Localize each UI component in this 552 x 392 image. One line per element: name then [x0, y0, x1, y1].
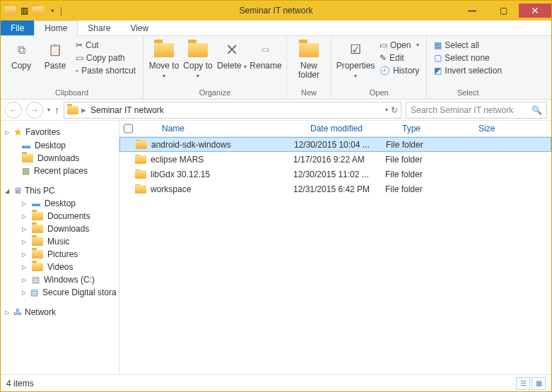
move-to-button[interactable]: Move to ▾ — [148, 37, 180, 80]
desktop-icon: ▬ — [22, 141, 30, 150]
folder-icon — [22, 154, 33, 162]
view-buttons: ☰ ▦ — [516, 377, 546, 390]
address-dropdown-icon[interactable]: ▾ — [385, 107, 388, 113]
edit-button[interactable]: ✎Edit — [377, 52, 422, 64]
address-bar: ← → ▾ ↑ ▶ Seminar IT network ▾ ↻ Search … — [1, 100, 551, 121]
table-row[interactable]: android-sdk-windows12/30/2015 10:04 ...F… — [119, 137, 551, 152]
invert-icon: ◩ — [434, 66, 442, 76]
nav-item-music[interactable]: ▷Music — [1, 235, 119, 248]
file-date: 1/17/2016 9:22 AM — [288, 155, 380, 165]
tab-home[interactable]: Home — [34, 20, 78, 36]
column-type[interactable]: Type — [397, 124, 473, 133]
group-select: ▦Select all ▢Select none ◩Invert selecti… — [427, 36, 509, 99]
nav-item-videos[interactable]: ▷Videos — [1, 261, 119, 273]
table-row[interactable]: eclipse MARS1/17/2016 9:22 AMFile folder — [119, 152, 551, 167]
nav-item-sd[interactable]: ▷▤Secure Digital stora — [1, 286, 119, 299]
file-type: File folder — [380, 140, 457, 150]
folder-icon — [32, 237, 43, 246]
recent-locations-button[interactable]: ▾ — [47, 107, 50, 113]
group-clipboard: ⧉Copy 📋Paste ✂Cut ▭Copy path ▫Paste shor… — [1, 36, 143, 99]
folder-icon — [32, 263, 43, 271]
forward-button[interactable]: → — [26, 102, 43, 119]
file-type: File folder — [380, 155, 456, 165]
column-headers: Name Date modified Type Size — [119, 121, 551, 137]
group-new: New folder New — [287, 36, 331, 99]
nav-thispc: ◢🖥This PC ▷▬Desktop ▷Documents ▷Download… — [1, 184, 119, 299]
nav-favorites-header[interactable]: ▷★Favorites — [1, 125, 119, 139]
qat-dropdown-icon[interactable]: ▾ — [46, 4, 59, 17]
column-name[interactable]: Name — [136, 124, 305, 133]
folder-icon — [135, 170, 146, 179]
nav-item-pc-desktop[interactable]: ▷▬Desktop — [1, 197, 119, 210]
search-input[interactable]: Search Seminar IT network 🔍 — [406, 102, 547, 119]
tab-view[interactable]: View — [120, 20, 158, 35]
maximize-button[interactable]: ▢ — [488, 4, 519, 18]
cut-button[interactable]: ✂Cut — [73, 40, 139, 51]
breadcrumb[interactable]: Seminar IT network — [89, 105, 165, 115]
up-button[interactable]: ↑ — [54, 105, 59, 116]
nav-network-header[interactable]: ▷🖧Network — [1, 306, 119, 319]
history-icon: 🕘 — [380, 66, 390, 76]
properties-button[interactable]: ☑Properties ▾ — [336, 37, 375, 80]
folder-icon — [32, 225, 43, 233]
history-button[interactable]: 🕘History — [377, 65, 422, 76]
copy-path-button[interactable]: ▭Copy path — [73, 52, 139, 64]
nav-item-recent[interactable]: ▩Recent places — [1, 165, 119, 177]
close-button[interactable]: ✕ — [519, 4, 551, 18]
qat-properties-icon[interactable]: ▥ — [18, 4, 30, 17]
tab-file[interactable]: File — [1, 20, 34, 35]
search-icon[interactable]: 🔍 — [532, 105, 542, 115]
chevron-right-icon[interactable]: ▶ — [81, 107, 86, 114]
new-folder-button[interactable]: New folder — [291, 37, 327, 80]
select-all-checkbox[interactable] — [119, 124, 136, 133]
group-label-open: Open — [336, 88, 422, 97]
nav-item-desktop[interactable]: ▬Desktop — [1, 139, 119, 152]
nav-item-windows-c[interactable]: ▷▤Windows (C:) — [1, 273, 119, 286]
select-none-button[interactable]: ▢Select none — [431, 52, 505, 64]
group-label-select: Select — [431, 88, 505, 97]
paste-shortcut-button[interactable]: ▫Paste shortcut — [73, 65, 139, 76]
copy-to-button[interactable]: Copy to ▾ — [182, 37, 214, 80]
minimize-button[interactable]: — — [457, 4, 488, 18]
window-controls: — ▢ ✕ — [457, 4, 551, 18]
delete-button[interactable]: ✕Delete ▾ — [216, 37, 248, 71]
nav-item-pictures[interactable]: ▷Pictures — [1, 248, 119, 261]
recent-icon: ▩ — [22, 166, 30, 176]
status-bar: 4 items ☰ ▦ — [1, 374, 551, 391]
folder-icon — [135, 155, 146, 164]
details-view-button[interactable]: ☰ — [516, 377, 530, 390]
column-date[interactable]: Date modified — [305, 124, 397, 133]
copypath-icon: ▭ — [76, 53, 83, 63]
group-organize: Move to ▾ Copy to ▾ ✕Delete ▾ ▭Rename Or… — [143, 36, 287, 99]
open-button[interactable]: ▭Open▾ — [377, 40, 422, 51]
invert-selection-button[interactable]: ◩Invert selection — [431, 65, 505, 76]
ribbon: ⧉Copy 📋Paste ✂Cut ▭Copy path ▫Paste shor… — [1, 36, 551, 100]
table-row[interactable]: workspace12/31/2015 6:42 PMFile folder — [119, 182, 551, 196]
location-icon — [67, 106, 78, 114]
drive-icon: ▤ — [32, 275, 40, 285]
paste-button[interactable]: 📋Paste — [39, 37, 71, 71]
copy-button[interactable]: ⧉Copy — [5, 37, 37, 71]
nav-item-pc-downloads[interactable]: ▷Downloads — [1, 222, 119, 235]
file-type: File folder — [380, 184, 456, 194]
tab-share[interactable]: Share — [78, 20, 120, 35]
select-all-button[interactable]: ▦Select all — [431, 40, 505, 51]
file-date: 12/30/2015 10:04 ... — [288, 140, 380, 150]
icons-view-button[interactable]: ▦ — [532, 377, 546, 390]
desktop-icon: ▬ — [32, 198, 40, 208]
group-open: ☑Properties ▾ ▭Open▾ ✎Edit 🕘History Open — [331, 36, 427, 99]
rename-button[interactable]: ▭Rename — [249, 37, 282, 71]
navigation-pane[interactable]: ▷★Favorites ▬Desktop Downloads ▩Recent p… — [1, 121, 119, 374]
back-button[interactable]: ← — [5, 102, 22, 119]
qat-newfolder-icon[interactable] — [32, 4, 45, 17]
column-size[interactable]: Size — [473, 124, 551, 133]
table-row[interactable]: libGdx 30.12.1512/30/2015 11:02 ...File … — [119, 167, 551, 182]
file-date: 12/31/2015 6:42 PM — [288, 184, 380, 194]
nav-item-documents[interactable]: ▷Documents — [1, 210, 119, 222]
refresh-button[interactable]: ↻ — [391, 105, 398, 115]
nav-item-downloads[interactable]: Downloads — [1, 152, 119, 165]
network-icon: 🖧 — [13, 307, 22, 317]
nav-thispc-header[interactable]: ◢🖥This PC — [1, 184, 119, 197]
folder-icon — [32, 212, 43, 220]
breadcrumb-box[interactable]: ▶ Seminar IT network ▾ ↻ — [64, 102, 401, 119]
